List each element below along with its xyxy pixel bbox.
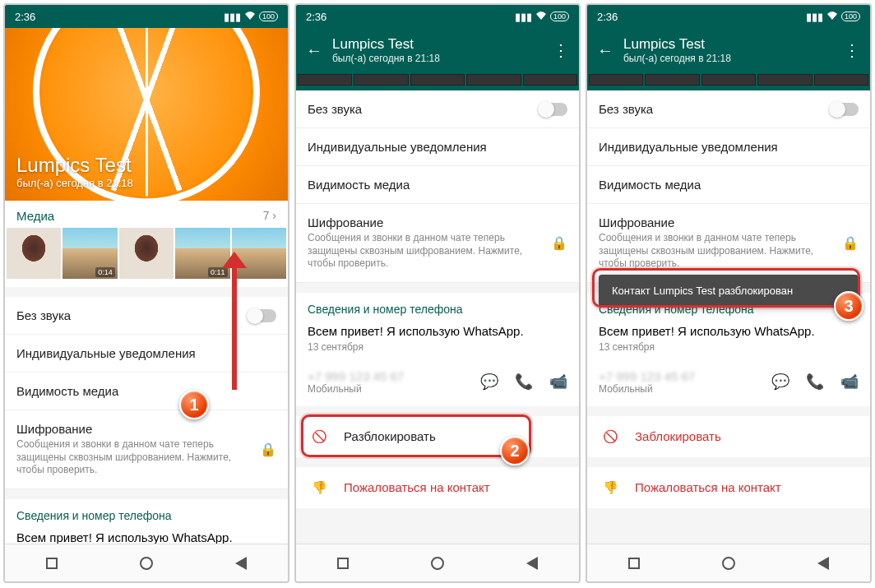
signal-icon: ▮▮▮ <box>224 11 241 23</box>
lock-icon: 🔒 <box>260 442 276 457</box>
media-visibility-row[interactable]: Видимость медиа <box>5 373 288 410</box>
phone-number-row[interactable]: +7 999 123 45 67 Мобильный 💬 📞 📹 <box>296 363 579 406</box>
info-section-title: Сведения и номер телефона <box>5 499 288 525</box>
media-visibility-label: Видимость медиа <box>16 384 118 398</box>
encryption-row[interactable]: Шифрование Сообщения и звонки в данном ч… <box>296 204 579 283</box>
contact-status-date: 13 сентября <box>587 340 870 363</box>
nav-home-button[interactable] <box>429 555 446 572</box>
header-title: Lumpics Test <box>332 36 543 53</box>
nav-recent-button[interactable] <box>626 555 642 572</box>
divider <box>587 457 870 467</box>
message-icon[interactable]: 💬 <box>771 373 789 391</box>
more-menu-button[interactable]: ⋮ <box>553 40 569 60</box>
custom-notifications-row[interactable]: Индивидуальные уведомления <box>5 335 288 373</box>
divider <box>5 489 288 499</box>
android-navbar <box>587 544 870 581</box>
phone-number: +7 999 123 45 67 <box>308 369 404 383</box>
custom-notifications-row[interactable]: Индивидуальные уведомления <box>587 128 870 166</box>
message-icon[interactable]: 💬 <box>480 373 498 391</box>
media-count: 7 › <box>263 209 276 223</box>
mute-label: Без звука <box>308 102 362 116</box>
block-icon: 🚫 <box>311 429 327 444</box>
annotation-badge-3: 3 <box>834 291 863 321</box>
signal-icon: ▮▮▮ <box>515 11 532 23</box>
annotation-badge-2: 2 <box>500 436 530 465</box>
nav-back-button[interactable] <box>815 555 831 572</box>
back-button[interactable]: ← <box>597 41 613 60</box>
nav-back-button[interactable] <box>233 555 249 572</box>
media-thumb[interactable]: 0:14 <box>62 228 117 279</box>
custom-notif-label: Индивидуальные уведомления <box>308 140 487 154</box>
mute-toggle[interactable] <box>539 103 567 116</box>
contact-status-text: Всем привет! Я использую WhatsApp. <box>296 319 579 340</box>
unblocked-toast: Контакт Lumpics Test разблокирован <box>599 275 859 307</box>
status-time: 2:36 <box>306 11 326 23</box>
custom-notif-label: Индивидуальные уведомления <box>599 140 778 154</box>
content-area-2: Без звука Индивидуальные уведомления Вид… <box>296 90 579 544</box>
phone-number: +7 999 123 45 67 <box>599 369 695 383</box>
battery-icon: 100 <box>259 12 278 21</box>
phone-number-row[interactable]: +7 999 123 45 67 Мобильный 💬 📞 📹 <box>587 363 870 406</box>
hero-contact-name: Lumpics Test <box>16 154 276 177</box>
mute-row[interactable]: Без звука <box>296 90 579 128</box>
nav-home-button[interactable] <box>138 555 155 572</box>
media-visibility-row[interactable]: Видимость медиа <box>296 166 579 204</box>
contact-status-text: Всем привет! Я использую WhatsApp. <box>587 319 870 340</box>
battery-icon: 100 <box>550 12 569 21</box>
contact-header: ← Lumpics Test был(-а) сегодня в 21:18 ⋮ <box>296 28 579 72</box>
divider <box>296 406 579 416</box>
header-thumb-row <box>296 72 579 90</box>
media-visibility-row[interactable]: Видимость медиа <box>587 166 870 204</box>
video-call-icon[interactable]: 📹 <box>549 373 567 391</box>
call-icon[interactable]: 📞 <box>806 373 824 391</box>
video-call-icon[interactable]: 📹 <box>840 373 859 391</box>
mute-toggle[interactable] <box>831 103 859 116</box>
divider <box>296 283 579 293</box>
unblock-label: Разблокировать <box>344 429 436 443</box>
content-area-3: Без звука Индивидуальные уведомления Вид… <box>587 90 870 544</box>
encryption-row[interactable]: Шифрование Сообщения и звонки в данном ч… <box>587 204 870 283</box>
custom-notif-label: Индивидуальные уведомления <box>16 346 196 360</box>
info-section-title: Сведения и номер телефона <box>296 293 579 319</box>
media-visibility-label: Видимость медиа <box>308 178 410 192</box>
nav-recent-button[interactable] <box>335 555 351 572</box>
status-icons: ▮▮▮ 100 <box>806 11 860 23</box>
media-thumb[interactable] <box>7 228 61 279</box>
status-bar: 2:36 ▮▮▮ 100 <box>296 5 579 28</box>
encryption-sub: Сообщения и звонки в данном чате теперь … <box>16 438 260 477</box>
mute-label: Без звука <box>599 102 653 116</box>
media-thumb[interactable] <box>119 228 174 279</box>
report-contact-button[interactable]: 👎 Пожаловаться на контакт <box>296 467 579 508</box>
encryption-label: Шифрование <box>16 422 260 436</box>
encryption-sub: Сообщения и звонки в данном чате теперь … <box>308 232 551 271</box>
report-contact-button[interactable]: 👎 Пожаловаться на контакт <box>587 467 870 508</box>
android-navbar <box>296 544 579 581</box>
mute-toggle[interactable] <box>248 309 276 322</box>
contact-hero[interactable]: Lumpics Test был(-а) сегодня в 21:18 <box>5 28 288 201</box>
phone-type: Мобильный <box>308 383 404 395</box>
call-icon[interactable]: 📞 <box>515 373 533 391</box>
status-icons: ▮▮▮ 100 <box>224 11 278 23</box>
wifi-icon <box>826 11 838 23</box>
nav-back-button[interactable] <box>524 555 540 572</box>
nav-recent-button[interactable] <box>44 555 60 572</box>
encryption-label: Шифрование <box>599 215 842 229</box>
custom-notifications-row[interactable]: Индивидуальные уведомления <box>296 128 579 166</box>
unblock-button[interactable]: 🚫 Разблокировать <box>296 416 579 457</box>
wifi-icon <box>244 11 256 23</box>
media-label: Медиа <box>16 209 54 223</box>
more-menu-button[interactable]: ⋮ <box>844 40 860 60</box>
phone-screen-3: 2:36 ▮▮▮ 100 ← Lumpics Test был(-а) сего… <box>586 3 872 583</box>
annotation-badge-1: 1 <box>179 390 209 419</box>
divider <box>587 406 870 416</box>
annotation-arrow <box>232 266 237 390</box>
encryption-row[interactable]: Шифрование Сообщения и звонки в данном ч… <box>5 410 288 489</box>
mute-row[interactable]: Без звука <box>587 90 870 128</box>
lock-icon: 🔒 <box>842 235 859 251</box>
phone-screen-1: 2:36 ▮▮▮ 100 Lumpics Test был(-а) сегодн… <box>3 3 289 583</box>
back-button[interactable]: ← <box>306 41 322 60</box>
block-button[interactable]: 🚫 Заблокировать <box>587 416 870 457</box>
thumbs-down-icon: 👎 <box>602 480 618 495</box>
nav-home-button[interactable] <box>720 555 737 572</box>
mute-row[interactable]: Без звука <box>5 297 288 335</box>
